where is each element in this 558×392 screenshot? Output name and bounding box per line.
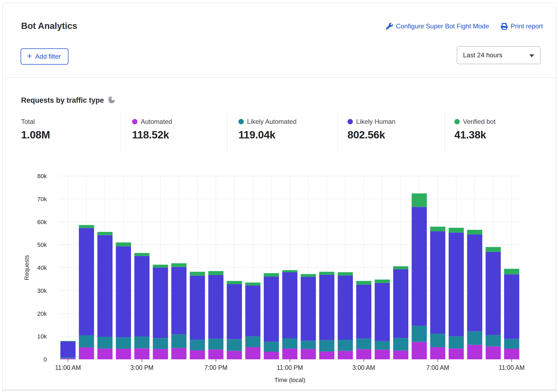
bar-segment-verified-bot[interactable]	[467, 230, 482, 234]
bar-segment-automated[interactable]	[301, 349, 316, 359]
bar-segment-automated[interactable]	[375, 350, 390, 359]
bar-segment-verified-bot[interactable]	[356, 281, 371, 285]
bar-segment-automated[interactable]	[393, 351, 408, 359]
bar-segment-automated[interactable]	[153, 349, 168, 359]
bar-segment-likely-automated[interactable]	[60, 357, 76, 358]
bar-segment-automated[interactable]	[319, 351, 334, 359]
bar-segment-likely-automated[interactable]	[97, 337, 113, 348]
bar-segment-likely-human[interactable]	[393, 269, 408, 338]
bar-segment-automated[interactable]	[504, 349, 519, 359]
bar-segment-verified-bot[interactable]	[171, 263, 186, 267]
bar-segment-likely-human[interactable]	[375, 283, 390, 341]
bar-segment-verified-bot[interactable]	[375, 280, 390, 283]
bar-segment-verified-bot[interactable]	[208, 271, 224, 275]
bar-segment-likely-human[interactable]	[449, 232, 464, 336]
bar-segment-verified-bot[interactable]	[430, 227, 445, 231]
bar-segment-verified-bot[interactable]	[264, 273, 279, 277]
bar-segment-likely-automated[interactable]	[393, 338, 408, 351]
bar-segment-likely-human[interactable]	[430, 231, 445, 334]
bar-segment-automated[interactable]	[134, 348, 149, 359]
bar-segment-automated[interactable]	[190, 350, 205, 359]
bar-segment-likely-automated[interactable]	[208, 339, 224, 350]
bar-segment-likely-automated[interactable]	[264, 342, 279, 352]
bar-segment-likely-automated[interactable]	[171, 334, 186, 348]
time-range-select[interactable]: Last 24 hours	[457, 46, 540, 64]
bar-segment-likely-human[interactable]	[356, 285, 371, 339]
configure-super-bot-fight-mode-link[interactable]: Configure Super Bot Fight Mode	[386, 22, 489, 30]
bar-segment-likely-human[interactable]	[153, 268, 168, 338]
stat-automated[interactable]: Automated118.52k	[132, 118, 172, 141]
bar-segment-likely-human[interactable]	[467, 234, 482, 331]
bar-segment-automated[interactable]	[245, 347, 260, 359]
bar-segment-verified-bot[interactable]	[245, 283, 260, 285]
bar-segment-likely-human[interactable]	[190, 276, 205, 340]
bar-segment-likely-automated[interactable]	[486, 335, 501, 346]
bar-segment-likely-human[interactable]	[171, 267, 186, 334]
stat-likely-human[interactable]: Likely Human802.56k	[347, 118, 395, 141]
bar-segment-automated[interactable]	[79, 347, 94, 359]
bar-segment-verified-bot[interactable]	[282, 270, 297, 272]
bar-segment-automated[interactable]	[467, 345, 482, 359]
bar-segment-verified-bot[interactable]	[504, 269, 519, 274]
bar-segment-verified-bot[interactable]	[301, 274, 316, 277]
bar-segment-automated[interactable]	[412, 342, 427, 359]
bar-segment-likely-human[interactable]	[319, 275, 334, 340]
print-report-link[interactable]: Print report	[501, 22, 543, 30]
bar-segment-automated[interactable]	[60, 358, 76, 359]
bar-segment-likely-automated[interactable]	[319, 340, 334, 351]
bar-segment-likely-automated[interactable]	[467, 331, 482, 345]
bar-segment-likely-human[interactable]	[486, 252, 501, 335]
bar-segment-likely-human[interactable]	[412, 207, 427, 326]
bar-segment-automated[interactable]	[282, 348, 297, 359]
bar-segment-verified-bot[interactable]	[60, 341, 76, 341]
bar-segment-automated[interactable]	[430, 347, 445, 359]
bar-segment-likely-automated[interactable]	[282, 338, 297, 348]
bar-segment-likely-human[interactable]	[60, 341, 76, 357]
bar-segment-verified-bot[interactable]	[97, 232, 113, 235]
bar-segment-likely-automated[interactable]	[153, 338, 168, 349]
bar-segment-automated[interactable]	[171, 348, 186, 359]
bar-segment-likely-automated[interactable]	[116, 337, 131, 349]
bar-segment-automated[interactable]	[338, 351, 353, 359]
bar-segment-likely-human[interactable]	[79, 228, 94, 335]
bar-segment-verified-bot[interactable]	[449, 228, 464, 233]
bar-segment-likely-human[interactable]	[97, 235, 113, 337]
bar-segment-likely-human[interactable]	[227, 284, 242, 339]
bar-segment-likely-human[interactable]	[116, 246, 131, 337]
bar-segment-likely-human[interactable]	[208, 275, 224, 339]
bar-segment-likely-automated[interactable]	[227, 339, 242, 351]
bar-segment-verified-bot[interactable]	[393, 266, 408, 269]
bar-segment-verified-bot[interactable]	[79, 225, 94, 228]
bar-segment-likely-automated[interactable]	[301, 341, 316, 349]
bar-segment-likely-automated[interactable]	[430, 334, 445, 347]
bar-segment-verified-bot[interactable]	[116, 242, 131, 246]
bar-segment-verified-bot[interactable]	[190, 272, 205, 275]
bar-segment-automated[interactable]	[208, 350, 224, 359]
bar-segment-likely-human[interactable]	[264, 277, 279, 342]
bar-segment-likely-human[interactable]	[338, 275, 353, 340]
bar-segment-likely-automated[interactable]	[338, 340, 353, 351]
bar-segment-verified-bot[interactable]	[486, 247, 501, 252]
bar-segment-likely-human[interactable]	[134, 256, 149, 337]
bar-segment-automated[interactable]	[97, 348, 113, 359]
add-filter-button[interactable]: + Add filter	[21, 48, 68, 65]
bar-segment-likely-automated[interactable]	[79, 335, 94, 347]
bar-segment-verified-bot[interactable]	[134, 253, 149, 256]
bar-segment-likely-automated[interactable]	[356, 339, 371, 349]
bar-segment-automated[interactable]	[356, 349, 371, 359]
bar-segment-likely-automated[interactable]	[504, 339, 519, 349]
bar-segment-verified-bot[interactable]	[412, 193, 427, 207]
bar-segment-automated[interactable]	[116, 349, 131, 359]
bar-segment-likely-automated[interactable]	[375, 341, 390, 350]
stat-likely-automated[interactable]: Likely Automated119.04k	[238, 118, 297, 141]
bar-segment-verified-bot[interactable]	[319, 272, 334, 275]
bar-segment-verified-bot[interactable]	[227, 281, 242, 284]
bar-segment-verified-bot[interactable]	[338, 272, 353, 275]
bar-segment-likely-human[interactable]	[282, 272, 297, 338]
bar-segment-likely-automated[interactable]	[245, 336, 260, 347]
bar-segment-automated[interactable]	[486, 347, 501, 359]
bar-segment-likely-automated[interactable]	[190, 340, 205, 350]
bar-segment-likely-human[interactable]	[504, 274, 519, 339]
bar-segment-automated[interactable]	[449, 348, 464, 359]
bar-segment-likely-human[interactable]	[245, 285, 260, 336]
